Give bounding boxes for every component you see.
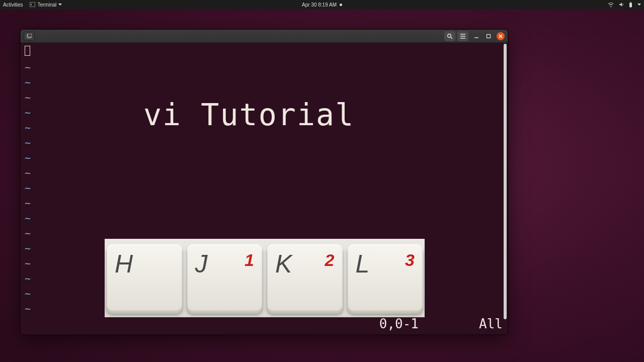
system-status-area[interactable]: [608, 2, 641, 8]
terminal-app-icon: [30, 2, 35, 7]
terminal-viewport[interactable]: ~ ~ ~ ~ ~ ~ ~ ~ ~ ~ ~ ~ ~ ~ ~ ~ ~ vi Tut…: [21, 43, 508, 334]
gnome-topbar: Activities Terminal Apr 30 8:19 AM: [0, 0, 644, 9]
key-number: 3: [405, 250, 415, 270]
svg-rect-1: [629, 3, 632, 7]
clock-label: Apr 30 8:19 AM: [302, 2, 337, 8]
view-percentage: All: [479, 316, 503, 331]
svg-rect-4: [28, 34, 32, 37]
key-j: J1: [187, 244, 263, 312]
clock[interactable]: Apr 30 8:19 AM: [302, 2, 342, 8]
key-k: K2: [267, 244, 343, 312]
key-letter: K: [275, 249, 292, 279]
terminal-window: ~ ~ ~ ~ ~ ~ ~ ~ ~ ~ ~ ~ ~ ~ ~ ~ ~ vi Tut…: [20, 29, 508, 335]
maximize-button[interactable]: [485, 32, 493, 40]
scrollbar[interactable]: [504, 44, 507, 319]
scrollbar-thumb[interactable]: [504, 44, 507, 319]
menu-button[interactable]: [457, 31, 468, 41]
hjkl-keys-image: HJ1K2L3: [105, 239, 425, 317]
chevron-down-icon: [637, 4, 641, 6]
key-l: L3: [348, 244, 423, 312]
minimize-icon: [474, 34, 479, 39]
new-tab-icon: [27, 34, 32, 38]
chevron-down-icon: [58, 4, 62, 6]
new-tab-button[interactable]: [24, 32, 35, 41]
hamburger-icon: [460, 34, 466, 39]
window-titlebar[interactable]: [21, 30, 508, 43]
key-letter: L: [356, 249, 370, 279]
vi-status-line: 0,0-1 All: [21, 316, 503, 331]
key-number: 2: [325, 250, 335, 270]
search-button[interactable]: [444, 31, 455, 41]
search-icon: [447, 33, 453, 39]
vi-tilde-column: ~ ~ ~ ~ ~ ~ ~ ~ ~ ~ ~ ~ ~ ~ ~ ~ ~: [25, 45, 31, 316]
minimize-button[interactable]: [472, 32, 480, 40]
key-letter: H: [115, 249, 133, 279]
svg-rect-2: [630, 2, 631, 3]
notification-dot-icon: [340, 4, 342, 6]
key-letter: J: [195, 249, 208, 279]
key-number: 1: [245, 250, 254, 270]
key-h: H: [107, 244, 182, 312]
tutorial-title: vi Tutorial: [143, 97, 354, 132]
app-menu[interactable]: Terminal: [30, 2, 62, 8]
svg-point-5: [448, 34, 451, 37]
network-icon: [608, 2, 614, 7]
svg-rect-0: [30, 2, 35, 7]
activities-button[interactable]: Activities: [3, 2, 23, 8]
volume-icon: [619, 2, 624, 7]
close-button[interactable]: [497, 32, 505, 40]
close-icon: [499, 34, 503, 38]
app-menu-label: Terminal: [37, 2, 56, 8]
svg-rect-11: [487, 34, 491, 38]
cursor-position: 0,0-1: [379, 316, 419, 331]
battery-icon: [629, 2, 632, 8]
svg-line-6: [451, 37, 452, 39]
maximize-icon: [486, 34, 491, 39]
